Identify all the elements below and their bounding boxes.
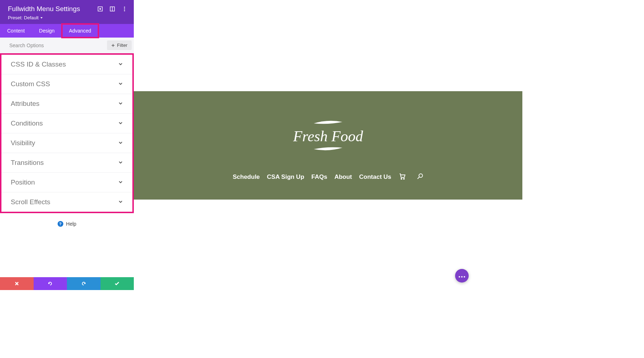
hover-icon[interactable] (109, 6, 115, 12)
cart-icon[interactable] (399, 173, 406, 181)
nav-faqs[interactable]: FAQs (311, 173, 327, 181)
search-row: Filter (0, 38, 134, 53)
svg-point-6 (124, 10, 125, 11)
svg-point-10 (403, 178, 404, 179)
svg-point-15 (464, 276, 465, 278)
help-icon: ? (58, 221, 63, 227)
options-list: CSS ID & Classes Custom CSS Attributes C… (0, 53, 134, 213)
preset-selector[interactable]: Preset: Default (8, 15, 127, 20)
undo-button[interactable] (34, 277, 67, 290)
responsive-icon[interactable] (97, 6, 103, 12)
tab-design[interactable]: Design (32, 24, 62, 38)
filter-label: Filter (117, 43, 127, 48)
logo-bottom-text: HEALTHY FOOD (298, 156, 358, 163)
nav-about[interactable]: About (335, 173, 352, 181)
nav-schedule[interactable]: Schedule (233, 173, 260, 181)
save-button[interactable] (101, 277, 134, 290)
leaf-icon (310, 146, 346, 154)
more-icon[interactable] (122, 6, 127, 12)
option-css-id-classes[interactable]: CSS ID & Classes (1, 55, 132, 74)
chevron-down-icon (118, 62, 123, 68)
search-icon[interactable] (416, 173, 424, 181)
preset-label: Preset: Default (8, 15, 39, 20)
chevron-down-icon (118, 81, 123, 87)
preview-area: NATURAL FOOD Fresh Food HEALTHY FOOD Sch… (134, 0, 644, 358)
svg-point-13 (459, 276, 460, 278)
option-attributes[interactable]: Attributes (1, 94, 132, 114)
action-bar (0, 277, 134, 290)
option-conditions[interactable]: Conditions (1, 114, 132, 133)
chevron-down-icon (118, 140, 123, 146)
svg-point-5 (124, 9, 125, 10)
chevron-down-icon (118, 121, 123, 127)
settings-sidebar: Fullwidth Menu Settings Preset: Default … (0, 0, 134, 290)
search-input[interactable] (9, 43, 107, 48)
svg-line-12 (418, 177, 419, 179)
chevron-down-icon (118, 101, 123, 107)
nav-csa-signup[interactable]: CSA Sign Up (267, 173, 304, 181)
svg-point-11 (419, 174, 423, 177)
tab-content[interactable]: Content (0, 24, 32, 38)
svg-point-1 (100, 9, 101, 10)
filter-button[interactable]: Filter (107, 40, 132, 50)
svg-point-9 (401, 178, 402, 179)
fab-button[interactable] (455, 269, 469, 283)
more-horizontal-icon (458, 272, 465, 280)
svg-point-4 (124, 7, 125, 8)
chevron-down-icon (118, 180, 123, 186)
leaf-icon (310, 118, 346, 126)
chevron-down-icon (118, 160, 123, 166)
option-custom-css[interactable]: Custom CSS (1, 74, 132, 94)
svg-point-14 (461, 276, 463, 278)
option-transitions[interactable]: Transitions (1, 153, 132, 173)
help-label: Help (66, 221, 77, 227)
settings-header: Fullwidth Menu Settings Preset: Default (0, 0, 134, 24)
logo: NATURAL FOOD Fresh Food HEALTHY FOOD (293, 110, 363, 163)
redo-button[interactable] (67, 277, 101, 290)
tab-advanced[interactable]: Advanced (62, 24, 98, 38)
settings-tabs: Content Design Advanced (0, 24, 134, 38)
nav-contact[interactable]: Contact Us (359, 173, 391, 181)
logo-main-text: Fresh Food (293, 128, 363, 145)
option-position[interactable]: Position (1, 173, 132, 192)
help-row[interactable]: ? Help (0, 213, 134, 235)
logo-top-text: NATURAL FOOD (298, 110, 358, 117)
main-nav: Schedule CSA Sign Up FAQs About Contact … (233, 173, 423, 181)
option-scroll-effects[interactable]: Scroll Effects (1, 192, 132, 212)
chevron-down-icon (118, 199, 123, 205)
settings-title: Fullwidth Menu Settings (8, 5, 80, 13)
option-visibility[interactable]: Visibility (1, 133, 132, 153)
close-button[interactable] (0, 277, 34, 290)
hero-section: NATURAL FOOD Fresh Food HEALTHY FOOD Sch… (134, 91, 522, 200)
